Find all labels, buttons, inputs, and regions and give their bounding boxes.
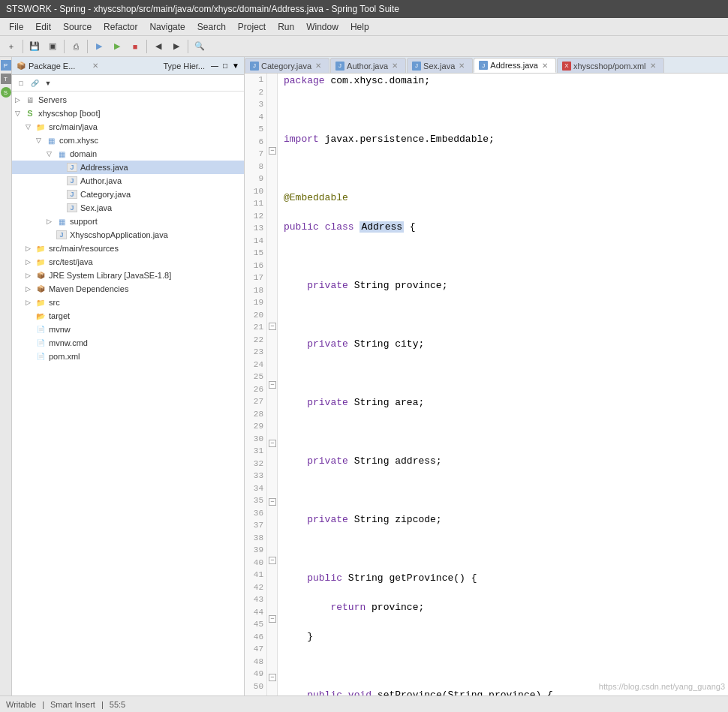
folder-icon-src: 📁 bbox=[35, 297, 47, 308]
code-fold: − − − − − − − − − − − bbox=[267, 74, 278, 695]
tree-item-src-main-java[interactable]: ▽ 📁 src/main/java bbox=[12, 120, 244, 134]
pe-view-menu[interactable]: ▼ bbox=[42, 77, 54, 89]
watermark: https://blog.csdn.net/yang_guang3 bbox=[599, 682, 725, 691]
tab-address-java[interactable]: J Address.java ✕ bbox=[474, 58, 556, 73]
tree-item-servers[interactable]: ▷ 🖥 Servers bbox=[12, 93, 244, 107]
tree-item-sex-java[interactable]: J Sex.java bbox=[12, 201, 244, 215]
code-line-15 bbox=[284, 483, 722, 498]
fold-btn-getprovince[interactable]: − bbox=[269, 323, 276, 330]
tree-item-jre[interactable]: ▷ 📦 JRE System Library [JavaSE-1.8] bbox=[12, 269, 244, 282]
tab-close-pom[interactable]: ✕ bbox=[648, 62, 657, 71]
menu-run[interactable]: Run bbox=[272, 20, 300, 34]
menu-navigate[interactable]: Navigate bbox=[143, 20, 191, 34]
tree-item-src-main-resources[interactable]: ▷ 📁 src/main/resources bbox=[12, 242, 244, 255]
pkg-icon-support: ▦ bbox=[56, 216, 68, 227]
pe-link-editor[interactable]: 🔗 bbox=[29, 77, 41, 89]
pe-tree: ▷ 🖥 Servers ▽ S xhyscshop [boot] ▽ 📁 src… bbox=[12, 92, 244, 695]
left-icon-1[interactable]: P bbox=[1, 60, 11, 71]
menu-project[interactable]: Project bbox=[232, 20, 272, 34]
menu-refactor[interactable]: Refactor bbox=[98, 20, 143, 34]
print-button[interactable]: ⎙ bbox=[68, 38, 84, 55]
tree-arrow-xhyscshop: ▽ bbox=[15, 110, 24, 117]
tab-label-author: Author.java bbox=[347, 62, 388, 71]
code-line-14: private String address; bbox=[284, 454, 722, 469]
left-icon-boot[interactable]: S bbox=[1, 87, 11, 98]
pe-header-close[interactable]: ✕ bbox=[92, 62, 98, 70]
save-all-button[interactable]: ▣ bbox=[44, 38, 61, 55]
tree-item-mvnw[interactable]: 📄 mvnw bbox=[12, 323, 244, 336]
tree-item-support[interactable]: ▷ ▦ support bbox=[12, 215, 244, 228]
code-line-5: @Embeddable bbox=[284, 191, 722, 206]
fold-btn-getcity[interactable]: − bbox=[269, 440, 276, 447]
tree-item-xhyscshop-app[interactable]: J XhyscshopApplication.java bbox=[12, 228, 244, 242]
pe-maximize[interactable]: □ bbox=[223, 62, 227, 70]
menu-file[interactable]: File bbox=[3, 20, 29, 34]
debug-button[interactable]: ▶ bbox=[91, 38, 107, 55]
fold-btn-setcity[interactable]: − bbox=[269, 498, 276, 506]
type-hier-tab[interactable]: Type Hier... bbox=[163, 62, 205, 71]
tree-item-src[interactable]: ▷ 📁 src bbox=[12, 296, 244, 309]
menu-source[interactable]: Source bbox=[57, 20, 98, 34]
prev-button[interactable]: ◀ bbox=[150, 38, 167, 55]
tree-item-pom-xml[interactable]: 📄 pom.xml bbox=[12, 350, 244, 363]
menu-edit[interactable]: Edit bbox=[29, 20, 57, 34]
pe-header-title[interactable]: Package E... bbox=[29, 62, 88, 71]
tab-category-java[interactable]: J Category.java ✕ bbox=[245, 58, 329, 73]
fold-btn-class[interactable]: − bbox=[269, 147, 276, 155]
menu-window[interactable]: Window bbox=[300, 20, 344, 34]
menu-bar: File Edit Source Refactor Navigate Searc… bbox=[0, 18, 728, 36]
fold-btn-setprovince[interactable]: − bbox=[269, 381, 276, 389]
tree-arrow-jre: ▷ bbox=[26, 272, 35, 279]
tree-item-author-java[interactable]: J Author.java bbox=[12, 174, 244, 188]
tree-item-target[interactable]: 📂 target bbox=[12, 309, 244, 323]
tree-item-com-xhysc[interactable]: ▽ ▦ com.xhysc bbox=[12, 134, 244, 147]
tree-item-xhyscshop[interactable]: ▽ S xhyscshop [boot] bbox=[12, 107, 244, 120]
tab-sex-java[interactable]: J Sex.java ✕ bbox=[407, 58, 473, 73]
left-icon-2[interactable]: T bbox=[1, 74, 11, 84]
search-toolbar-button[interactable]: 🔍 bbox=[191, 38, 208, 55]
tab-close-address[interactable]: ✕ bbox=[540, 61, 549, 70]
pe-minimize[interactable]: — bbox=[211, 62, 218, 70]
tree-item-maven[interactable]: ▷ 📦 Maven Dependencies bbox=[12, 282, 244, 296]
code-line-11 bbox=[284, 366, 722, 381]
fold-btn-setarea[interactable]: − bbox=[269, 615, 276, 623]
java-icon-author: J bbox=[66, 176, 78, 186]
tree-label-src-main-java: src/main/java bbox=[49, 122, 98, 131]
folder-icon-src-test: 📁 bbox=[35, 257, 47, 267]
code-editor[interactable]: package com.xhysc.domain; import javax.p… bbox=[278, 74, 728, 695]
tree-item-src-test-java[interactable]: ▷ 📁 src/test/java bbox=[12, 255, 244, 269]
fold-btn-getaddress[interactable]: − bbox=[269, 674, 276, 681]
pe-dropdown[interactable]: ▼ bbox=[232, 62, 239, 70]
fold-btn-getarea[interactable]: − bbox=[269, 557, 276, 564]
tab-close-category[interactable]: ✕ bbox=[314, 62, 323, 71]
pe-collapse-all[interactable]: □ bbox=[15, 77, 27, 89]
menu-search[interactable]: Search bbox=[191, 20, 232, 34]
tab-close-author[interactable]: ✕ bbox=[390, 62, 399, 71]
tree-item-category-java[interactable]: J Category.java bbox=[12, 188, 244, 201]
tab-pom-xml[interactable]: X xhyscshop/pom.xml ✕ bbox=[557, 58, 664, 73]
tree-label-xhyscshop: xhyscshop [boot] bbox=[38, 109, 101, 118]
tree-item-mvnw-cmd[interactable]: 📄 mvnw.cmd bbox=[12, 336, 244, 350]
tree-arrow-support: ▷ bbox=[47, 218, 56, 225]
save-button[interactable]: 💾 bbox=[26, 38, 43, 55]
tree-item-address-java[interactable]: J Address.java bbox=[12, 161, 244, 174]
tree-label-address-java: Address.java bbox=[80, 163, 128, 172]
tree-label-pom: pom.xml bbox=[49, 352, 80, 361]
new-button[interactable]: + bbox=[3, 38, 20, 55]
code-content[interactable]: 1234 5678 9101112 13141516 17181920 2122… bbox=[245, 74, 728, 695]
tree-item-domain[interactable]: ▽ ▦ domain bbox=[12, 147, 244, 161]
run-button[interactable]: ▶ bbox=[109, 38, 125, 55]
sh-icon-mvnw-cmd: 📄 bbox=[35, 338, 47, 348]
stop-button[interactable]: ■ bbox=[127, 38, 143, 55]
jar-icon-jre: 📦 bbox=[35, 270, 47, 281]
tree-label-domain: domain bbox=[70, 149, 97, 158]
java-icon-sex: J bbox=[66, 203, 78, 213]
code-line-19: return province; bbox=[284, 600, 722, 615]
next-button[interactable]: ▶ bbox=[168, 38, 185, 55]
menu-help[interactable]: Help bbox=[344, 20, 375, 34]
code-line-9 bbox=[284, 308, 722, 323]
tab-author-java[interactable]: J Author.java ✕ bbox=[330, 58, 406, 73]
toolbar-sep-4 bbox=[146, 40, 147, 53]
status-position: 55:5 bbox=[110, 700, 125, 709]
tab-close-sex[interactable]: ✕ bbox=[457, 62, 466, 71]
